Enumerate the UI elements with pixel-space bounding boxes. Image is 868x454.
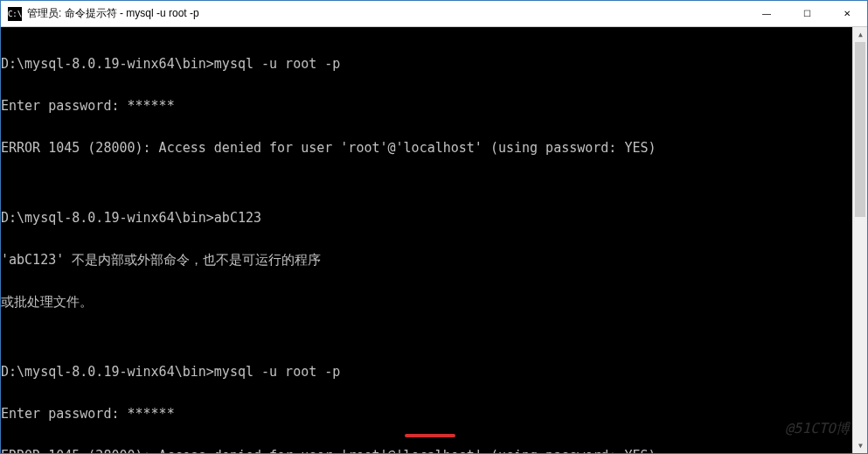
terminal-line: ERROR 1045 (28000): Access denied for us… (1, 449, 852, 453)
maximize-button[interactable]: ☐ (787, 1, 827, 26)
terminal-line: Enter password: ****** (1, 99, 852, 113)
vertical-scrollbar[interactable]: ▲ ▼ (852, 27, 867, 453)
red-underline-annotation (405, 434, 455, 437)
app-icon: C:\ (8, 7, 22, 21)
terminal-line: 'abC123' 不是内部或外部命令，也不是可运行的程序 (1, 253, 852, 267)
terminal-line: 或批处理文件。 (1, 295, 852, 309)
terminal-content[interactable]: D:\mysql-8.0.19-winx64\bin>mysql -u root… (1, 27, 852, 453)
terminal-line: Enter password: ****** (1, 407, 852, 421)
terminal-line: D:\mysql-8.0.19-winx64\bin>mysql -u root… (1, 57, 852, 71)
close-button[interactable]: ✕ (827, 1, 867, 26)
command-prompt-window: C:\ 管理员: 命令提示符 - mysql -u root -p — ☐ ✕ … (0, 0, 868, 454)
terminal-line: D:\mysql-8.0.19-winx64\bin>mysql -u root… (1, 365, 852, 379)
window-title: 管理员: 命令提示符 - mysql -u root -p (27, 6, 746, 21)
terminal-line: D:\mysql-8.0.19-winx64\bin>abC123 (1, 211, 852, 225)
titlebar[interactable]: C:\ 管理员: 命令提示符 - mysql -u root -p — ☐ ✕ (1, 1, 867, 27)
scrollbar-up-button[interactable]: ▲ (853, 27, 867, 42)
terminal-area[interactable]: D:\mysql-8.0.19-winx64\bin>mysql -u root… (1, 27, 867, 453)
scrollbar-thumb[interactable] (855, 42, 865, 217)
scrollbar-down-button[interactable]: ▼ (853, 438, 867, 453)
terminal-line: ERROR 1045 (28000): Access denied for us… (1, 141, 852, 155)
window-controls: — ☐ ✕ (746, 1, 867, 26)
minimize-button[interactable]: — (746, 1, 787, 26)
